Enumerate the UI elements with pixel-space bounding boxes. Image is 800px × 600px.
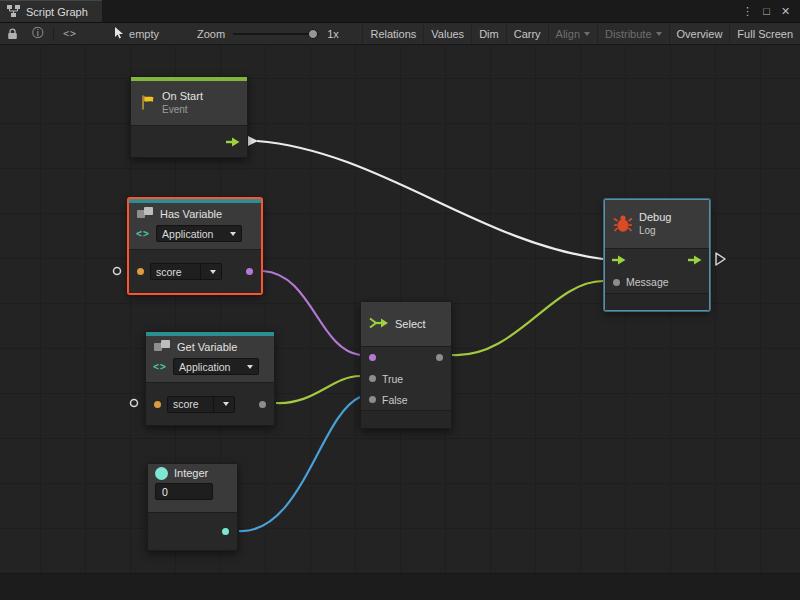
scope-value: Application [162, 228, 221, 240]
integer-literal-icon [155, 467, 168, 480]
wire-flow-onstart-to-log [257, 141, 603, 259]
false-input-port[interactable] [369, 396, 376, 403]
node-title: Get Variable [177, 341, 237, 354]
node-integer[interactable]: Integer 0 [147, 463, 238, 551]
integer-value-field[interactable]: 0 [155, 483, 213, 500]
node-title: Debug [639, 211, 671, 224]
wire-select-to-log-message [452, 281, 603, 355]
angle-brackets-icon[interactable]: <> [56, 23, 84, 44]
graph-canvas[interactable]: On Start Event Has Variable <> Applicati… [0, 45, 800, 600]
control-input-port[interactable] [612, 255, 626, 265]
on-start-port-strip [131, 125, 247, 157]
message-input-port[interactable] [613, 279, 620, 286]
log-message-row: Message [605, 271, 709, 293]
button-label: Overview [677, 28, 723, 40]
button-label: Distribute [605, 28, 651, 40]
zoom-control: Zoom 1x [197, 28, 339, 40]
name-input-port[interactable] [137, 268, 144, 275]
zoom-value: 1x [327, 28, 339, 40]
unconnected-input-circle-icon[interactable] [131, 400, 138, 407]
integer-value: 0 [162, 486, 168, 498]
integer-output-port[interactable] [222, 528, 229, 535]
tab-script-graph[interactable]: Script Graph [0, 0, 102, 22]
port-label: False [382, 394, 408, 406]
zoom-slider-knob[interactable] [308, 29, 318, 39]
node-has-variable[interactable]: Has Variable <> Application score [128, 198, 262, 294]
node-get-variable[interactable]: Get Variable <> Application score [145, 331, 275, 426]
node-subtitle: Log [639, 225, 671, 237]
variable-kind-icon: <> [153, 361, 167, 372]
bug-icon [613, 214, 633, 235]
cursor-icon [114, 27, 124, 41]
button-label: Full Screen [737, 28, 793, 40]
value-output-port[interactable] [259, 401, 266, 408]
dropdown-caret-icon [230, 232, 236, 236]
control-output-port[interactable] [688, 255, 702, 265]
variable-name-value: score [156, 266, 195, 278]
lock-icon[interactable] [0, 23, 25, 44]
variable-kind-icon: <> [136, 228, 150, 239]
button-label: Relations [370, 28, 416, 40]
selection-status: empty [114, 27, 159, 41]
select-condition-row [361, 347, 451, 368]
distribute-button[interactable]: Distribute [597, 23, 668, 44]
node-footer [605, 293, 709, 310]
node-select[interactable]: Select True False [360, 301, 452, 429]
window-controls: ⋮ □ ✕ [738, 0, 800, 22]
scope-value: Application [179, 361, 238, 373]
align-button[interactable]: Align [548, 23, 597, 44]
dim-button[interactable]: Dim [471, 23, 506, 44]
dropdown-caret-icon [584, 32, 590, 36]
log-flow-row [605, 249, 709, 271]
node-on-start[interactable]: On Start Event [130, 76, 248, 158]
unconnected-output-triangle-icon[interactable] [716, 253, 725, 265]
node-title: On Start [162, 90, 203, 103]
maximize-icon[interactable]: □ [757, 0, 776, 22]
dropdown-divider [200, 264, 201, 279]
relations-button[interactable]: Relations [362, 23, 423, 44]
node-title: Has Variable [160, 208, 222, 221]
true-input-port[interactable] [369, 375, 376, 382]
condition-input-port[interactable] [369, 354, 376, 361]
control-output-port[interactable] [226, 137, 240, 147]
carry-button[interactable]: Carry [506, 23, 548, 44]
dropdown-caret-icon [210, 270, 216, 274]
has-variable-port-strip: score [129, 249, 261, 293]
node-debug-log[interactable]: Debug Log Message [604, 199, 710, 311]
toolbar-buttons: Relations Values Dim Carry Align Distrib… [362, 23, 800, 44]
button-label: Align [556, 28, 580, 40]
node-title: Select [395, 318, 426, 331]
wire-hasvariable-to-select-condition [263, 271, 360, 355]
graph-toolbar: ⓘ <> empty Zoom 1x Relations Values Dim … [0, 23, 800, 45]
script-graph-icon [7, 5, 20, 19]
variables-boxes-icon [153, 339, 171, 355]
variable-name-dropdown[interactable]: score [150, 263, 222, 280]
variable-name-dropdown[interactable]: score [167, 396, 235, 413]
close-icon[interactable]: ✕ [776, 0, 795, 22]
zoom-label: Zoom [197, 28, 225, 40]
button-label: Values [431, 28, 464, 40]
unconnected-input-circle-icon[interactable] [114, 268, 121, 275]
info-icon[interactable]: ⓘ [25, 23, 51, 44]
dropdown-caret-icon [223, 402, 229, 406]
flag-icon [139, 94, 156, 113]
zoom-slider[interactable] [233, 33, 319, 35]
dropdown-caret-icon [656, 32, 662, 36]
button-label: Dim [479, 28, 499, 40]
kebab-menu-icon[interactable]: ⋮ [738, 0, 757, 22]
full-screen-button[interactable]: Full Screen [729, 23, 800, 44]
overview-button[interactable]: Overview [669, 23, 730, 44]
name-input-port[interactable] [154, 401, 161, 408]
button-label: Carry [514, 28, 541, 40]
variable-scope-dropdown[interactable]: Application [156, 225, 242, 242]
selection-output-port[interactable] [436, 354, 443, 361]
get-variable-port-strip: score [146, 382, 274, 425]
integer-port-strip [148, 512, 237, 550]
values-button[interactable]: Values [423, 23, 471, 44]
result-output-port[interactable] [246, 268, 253, 275]
variable-scope-dropdown[interactable]: Application [173, 358, 259, 375]
select-false-row: False [361, 389, 451, 410]
port-label: True [382, 373, 403, 385]
node-subtitle: Event [162, 104, 203, 116]
toolbar-divider [53, 27, 54, 41]
